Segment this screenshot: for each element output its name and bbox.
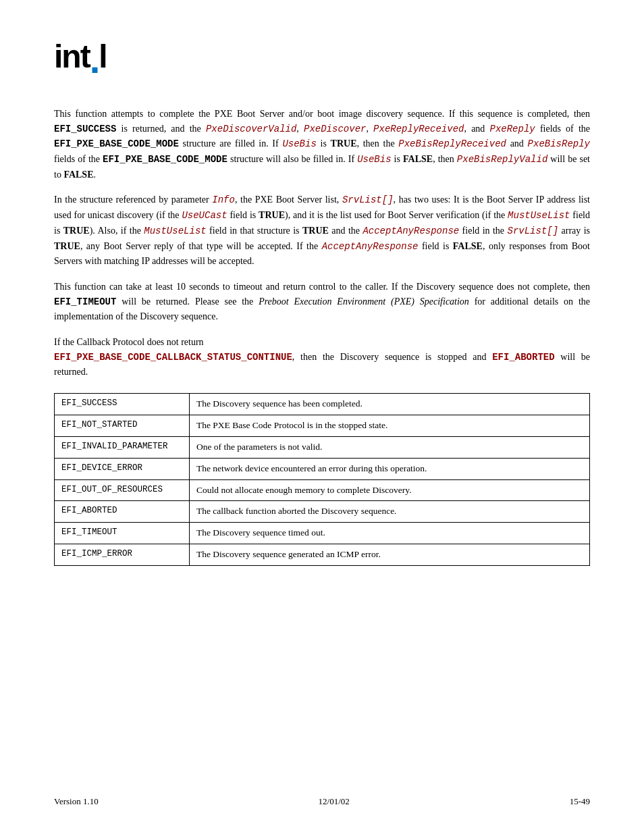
pxe-discover-valid-ref: PxeDiscoverValid bbox=[206, 124, 296, 134]
table-cell-code: EFI_NOT_STARTED bbox=[55, 415, 190, 436]
pxe-bis-reply-received-ref: PxeBisReplyReceived bbox=[398, 138, 506, 149]
table-cell-code: EFI_ABORTED bbox=[55, 501, 190, 523]
table-row: EFI_TIMEOUT The Discovery sequence timed… bbox=[55, 523, 590, 544]
table-cell-desc: The Discovery sequence generated an ICMP… bbox=[190, 544, 590, 566]
false-ref1: FALSE bbox=[403, 154, 433, 164]
pxe-bis-reply-valid-ref: PxeBisReplyValid bbox=[457, 154, 547, 165]
efi-success-ref: EFI_SUCCESS bbox=[54, 124, 116, 134]
paragraph-3: This function can take at least 10 secon… bbox=[54, 280, 590, 324]
table-cell-code: EFI_INVALID_PARAMETER bbox=[55, 436, 190, 458]
use-ucast-ref: UseUCast bbox=[182, 210, 227, 221]
efi-aborted-ref: EFI_ABORTED bbox=[492, 352, 554, 363]
pxe-discover-ref: PxeDiscover bbox=[304, 124, 366, 134]
table-cell-desc: The callback function aborted the Discov… bbox=[190, 501, 590, 523]
srvlist-ref1: SrvList[] bbox=[342, 194, 394, 205]
false-ref3: FALSE bbox=[453, 241, 483, 251]
false-ref2: FALSE bbox=[63, 170, 93, 180]
true-ref3: TRUE bbox=[63, 226, 90, 236]
table-row: EFI_OUT_OF_RESOURCES Could not allocate … bbox=[55, 479, 590, 501]
table-body: EFI_SUCCESS The Discovery sequence has b… bbox=[55, 394, 590, 566]
footer-version: Version 1.10 bbox=[54, 796, 99, 807]
pxe-reply-ref: PxeReply bbox=[490, 124, 535, 134]
pxe-bis-reply-ref: PxeBisReply bbox=[528, 138, 590, 149]
logo-text: int.l bbox=[54, 41, 590, 73]
true-ref2: TRUE bbox=[259, 210, 285, 220]
intel-logo: int.l bbox=[54, 41, 590, 73]
table-row: EFI_NOT_STARTED The PXE Base Code Protoc… bbox=[55, 415, 590, 436]
table-row: EFI_SUCCESS The Discovery sequence has b… bbox=[55, 394, 590, 415]
table-cell-desc: One of the parameters is not valid. bbox=[190, 436, 590, 458]
table-cell-code: EFI_SUCCESS bbox=[55, 394, 190, 415]
must-use-list-ref2: MustUseList bbox=[144, 226, 206, 236]
efi-timeout-ref: EFI_TIMEOUT bbox=[54, 296, 116, 307]
table-cell-code: EFI_OUT_OF_RESOURCES bbox=[55, 479, 190, 501]
table-cell-code: EFI_ICMP_ERROR bbox=[55, 544, 190, 566]
use-bis-ref1: UseBis bbox=[282, 138, 316, 149]
use-bis-ref2: UseBis bbox=[357, 154, 391, 165]
footer-date: 12/01/02 bbox=[319, 796, 350, 807]
table-cell-desc: The Discovery sequence timed out. bbox=[190, 523, 590, 544]
table-cell-desc: The Discovery sequence has been complete… bbox=[190, 394, 590, 415]
accept-any-response-ref2: AcceptAnyResponse bbox=[322, 241, 419, 252]
footer-page: 15-49 bbox=[570, 796, 590, 807]
table-cell-desc: Could not allocate enough memory to comp… bbox=[190, 479, 590, 501]
table-cell-desc: The PXE Base Code Protocol is in the sto… bbox=[190, 415, 590, 436]
efi-pxe-base-code-mode-ref1: EFI_PXE_BASE_CODE_MODE bbox=[54, 138, 179, 149]
paragraph-4: If the Callback Protocol does not return… bbox=[54, 335, 590, 380]
paragraph-1: This function attempts to complete the P… bbox=[54, 107, 590, 182]
table-cell-code: EFI_TIMEOUT bbox=[55, 523, 190, 544]
table-row: EFI_ABORTED The callback function aborte… bbox=[55, 501, 590, 523]
table-cell-desc: The network device encountered an error … bbox=[190, 458, 590, 479]
accept-any-response-ref1: AcceptAnyResponse bbox=[363, 226, 459, 236]
must-use-list-ref1: MustUseList bbox=[508, 210, 570, 221]
efi-callback-status-ref: EFI_PXE_BASE_CODE_CALLBACK_STATUS_CONTIN… bbox=[54, 352, 292, 363]
srvlist-ref2: SrvList[] bbox=[507, 226, 558, 236]
logo-dot: . bbox=[90, 38, 99, 81]
paragraph-2: In the structure referenced by parameter… bbox=[54, 192, 590, 268]
table-row: EFI_INVALID_PARAMETER One of the paramet… bbox=[55, 436, 590, 458]
table-row: EFI_ICMP_ERROR The Discovery sequence ge… bbox=[55, 544, 590, 566]
pxe-reply-received-ref: PxeReplyReceived bbox=[373, 124, 464, 134]
main-content: This function attempts to complete the P… bbox=[54, 107, 590, 566]
page-footer: Version 1.10 12/01/02 15-49 bbox=[54, 796, 590, 807]
status-codes-table: EFI_SUCCESS The Discovery sequence has b… bbox=[54, 393, 590, 566]
true-ref1: TRUE bbox=[331, 138, 357, 149]
efi-pxe-base-code-mode-ref2: EFI_PXE_BASE_CODE_MODE bbox=[103, 154, 227, 165]
table-row: EFI_DEVICE_ERROR The network device enco… bbox=[55, 458, 590, 479]
pxe-spec-ref: Preboot Execution Environment (PXE) Spec… bbox=[259, 296, 469, 307]
true-ref4: TRUE bbox=[302, 226, 329, 236]
page: int.l This function attempts to complete… bbox=[0, 0, 644, 834]
true-ref5: TRUE bbox=[54, 241, 80, 251]
table-cell-code: EFI_DEVICE_ERROR bbox=[55, 458, 190, 479]
info-ref: Info bbox=[212, 194, 235, 205]
